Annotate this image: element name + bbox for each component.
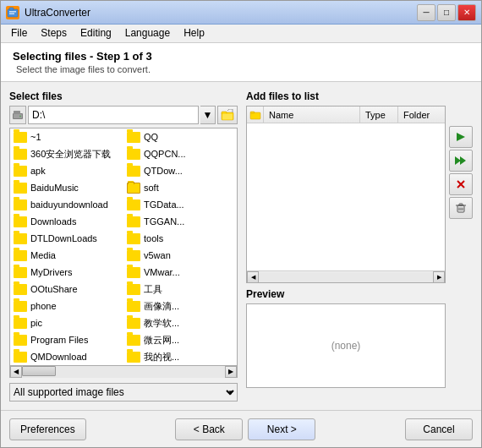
file-name: Media xyxy=(30,250,56,260)
list-item[interactable]: MyDrivers xyxy=(10,264,123,281)
path-dropdown-button[interactable]: ▼ xyxy=(200,106,216,124)
list-item[interactable]: 360安全浏览器下载 xyxy=(10,145,123,162)
svg-marker-15 xyxy=(460,156,466,165)
folder-icon xyxy=(14,250,27,261)
menu-steps[interactable]: Steps xyxy=(34,26,74,41)
list-item[interactable]: DTLDownLoads xyxy=(10,230,123,247)
preview-placeholder: (none) xyxy=(331,340,361,352)
remove-button[interactable] xyxy=(449,173,473,195)
list-item[interactable]: QQ xyxy=(123,128,237,145)
list-item[interactable]: v5wan xyxy=(123,247,237,264)
list-item[interactable]: 工具 xyxy=(123,281,237,298)
folder-icon xyxy=(14,352,27,363)
list-item[interactable]: QQPCN... xyxy=(123,145,237,162)
right-hscrollbar[interactable]: ◀ ▶ xyxy=(247,270,445,282)
maximize-button[interactable]: □ xyxy=(437,4,456,21)
folder-icon xyxy=(127,267,140,278)
browse-button[interactable] xyxy=(217,106,238,124)
list-item[interactable]: VMwar... xyxy=(123,264,237,281)
menu-language[interactable]: Language xyxy=(118,26,177,41)
list-item[interactable]: baiduyundownload xyxy=(10,196,123,213)
file-list[interactable]: ~1 QQ 360安全浏览器下载 QQPCN... xyxy=(9,128,238,366)
list-item[interactable]: pic xyxy=(10,314,123,331)
clear-button[interactable] xyxy=(449,197,473,219)
add-single-button[interactable] xyxy=(449,126,473,148)
scroll-right-arrow[interactable]: ▶ xyxy=(225,366,237,378)
svg-rect-1 xyxy=(9,8,14,10)
col-name: Name xyxy=(264,107,360,123)
folder-icon xyxy=(127,318,140,329)
list-item[interactable]: Media xyxy=(10,247,123,264)
list-item[interactable]: tools xyxy=(123,230,237,247)
list-item[interactable]: phone xyxy=(10,298,123,314)
list-item[interactable]: soft xyxy=(123,179,237,196)
list-item[interactable]: TGGAN... xyxy=(123,213,237,230)
scroll-left-arrow[interactable]: ◀ xyxy=(10,366,22,378)
folder-icon xyxy=(14,199,27,210)
path-input[interactable]: D:\ xyxy=(28,106,199,124)
list-item[interactable]: OOtuShare xyxy=(10,281,123,298)
folder-icon xyxy=(14,149,27,160)
list-item[interactable]: BaiduMusic xyxy=(10,179,123,196)
list-item[interactable]: Program Files xyxy=(10,331,123,348)
file-name: tools xyxy=(144,233,163,243)
add-all-button[interactable] xyxy=(449,150,473,172)
menu-editing[interactable]: Editing xyxy=(74,26,118,41)
list-item[interactable]: 微云网... xyxy=(123,331,237,348)
menu-bar: File Steps Editing Language Help xyxy=(1,25,481,43)
folder-icon xyxy=(127,301,140,312)
right-scroll-left[interactable]: ◀ xyxy=(247,271,259,283)
list-item[interactable]: QTDow... xyxy=(123,162,237,179)
file-name: 工具 xyxy=(144,283,162,296)
list-item[interactable]: TGData... xyxy=(123,196,237,213)
list-item[interactable]: Downloads xyxy=(10,213,123,230)
list-item[interactable]: apk xyxy=(10,162,123,179)
file-name: BaiduMusic xyxy=(30,183,79,193)
file-name: OOtuShare xyxy=(30,284,78,294)
menu-help[interactable]: Help xyxy=(177,26,211,41)
right-panel: Add files to list Name xyxy=(246,90,473,402)
svg-rect-20 xyxy=(459,204,463,205)
preview-label: Preview xyxy=(246,288,446,300)
file-name: VMwar... xyxy=(144,267,180,277)
step-header: Selecting files - Step 1 of 3 Select the… xyxy=(1,43,481,82)
back-button[interactable]: < Back xyxy=(175,418,243,440)
file-name: 教学软... xyxy=(144,317,179,330)
list-item[interactable]: 教学软... xyxy=(123,314,237,331)
scroll-track[interactable] xyxy=(22,366,225,378)
folder-icon xyxy=(14,318,27,329)
file-filter-select[interactable]: All supported image files xyxy=(9,383,238,402)
folder-icon xyxy=(127,233,140,244)
next-button[interactable]: Next > xyxy=(248,418,315,440)
file-name: 微云网... xyxy=(144,334,179,347)
bottom-left: Preferences xyxy=(9,418,86,440)
file-name: Program Files xyxy=(30,335,88,345)
svg-rect-7 xyxy=(14,111,20,114)
file-name: v5wan xyxy=(144,250,171,260)
file-name: ~1 xyxy=(30,132,41,142)
file-name: TGData... xyxy=(144,199,184,210)
menu-file[interactable]: File xyxy=(4,26,34,41)
list-item[interactable]: 画像滴... xyxy=(123,298,237,314)
file-name: 我的视... xyxy=(144,351,179,363)
svg-marker-13 xyxy=(457,133,465,141)
minimize-button[interactable]: ─ xyxy=(417,4,435,21)
right-scroll-right[interactable]: ▶ xyxy=(433,271,445,283)
folder-icon xyxy=(14,132,27,143)
file-name: QTDow... xyxy=(144,166,183,176)
file-list-hscrollbar[interactable]: ◀ ▶ xyxy=(9,366,238,378)
folder-icon xyxy=(127,199,140,210)
folder-icon xyxy=(127,352,140,363)
right-file-list[interactable]: Name Type Folder ◀ ▶ xyxy=(246,106,446,283)
list-item[interactable]: ~1 xyxy=(10,128,123,145)
close-button[interactable]: ✕ xyxy=(457,4,476,21)
file-name: QQPCN... xyxy=(144,149,186,159)
cancel-button[interactable]: Cancel xyxy=(405,418,473,440)
list-item[interactable]: QMDownload xyxy=(10,348,123,365)
right-scroll-track[interactable] xyxy=(259,272,433,282)
scroll-thumb[interactable] xyxy=(22,366,56,376)
list-item[interactable]: 我的视... xyxy=(123,348,237,365)
preferences-button[interactable]: Preferences xyxy=(9,418,86,440)
folder-icon xyxy=(14,183,27,194)
file-name: baiduyundownload xyxy=(30,199,108,210)
